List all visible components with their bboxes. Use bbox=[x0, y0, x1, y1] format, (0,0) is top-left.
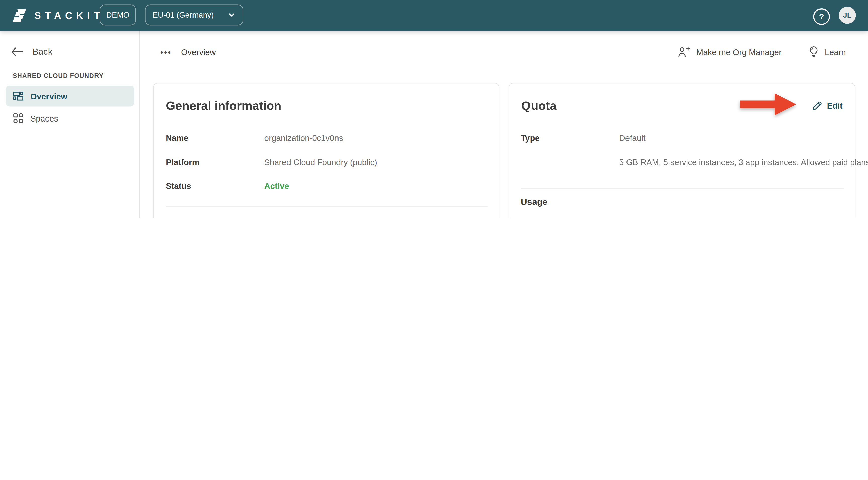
breadcrumb-ellipsis-icon[interactable]: ••• bbox=[160, 48, 172, 57]
quota-card-title: Quota bbox=[522, 99, 557, 113]
stackit-logo-icon bbox=[11, 7, 28, 24]
page-header-actions: Make me Org Manager Learn bbox=[678, 46, 846, 58]
sidebar-item-label: Overview bbox=[30, 91, 67, 101]
learn-label: Learn bbox=[825, 47, 846, 57]
name-value: organization-0c1v0ns bbox=[265, 133, 343, 144]
pencil-icon bbox=[811, 100, 822, 111]
card-divider bbox=[166, 206, 488, 207]
sidebar-section-title: SHARED CLOUD FOUNDRY bbox=[13, 72, 103, 79]
copy-button[interactable] bbox=[474, 218, 486, 218]
main-content: ••• Overview Make me Org Manager bbox=[141, 31, 868, 218]
chevron-down-icon bbox=[228, 11, 236, 19]
make-me-org-manager-label: Make me Org Manager bbox=[696, 47, 781, 57]
usage-section-title: Usage bbox=[521, 197, 547, 207]
user-avatar[interactable]: JL bbox=[839, 6, 856, 24]
breadcrumb-current: Overview bbox=[181, 47, 216, 57]
back-label: Back bbox=[33, 47, 52, 57]
demo-button[interactable]: DEMO bbox=[99, 4, 136, 26]
platform-value: Shared Cloud Foundry (public) bbox=[265, 157, 377, 168]
avatar-initials: JL bbox=[843, 11, 851, 19]
help-button[interactable]: ? bbox=[813, 8, 830, 25]
name-label: Name bbox=[166, 133, 188, 144]
brand-wordmark: STACKIT bbox=[34, 10, 103, 22]
type-value: Default bbox=[619, 133, 646, 144]
quota-description: 5 GB RAM, 5 service instances, 3 app ins… bbox=[619, 157, 868, 168]
back-button[interactable]: Back bbox=[11, 47, 52, 57]
person-plus-icon bbox=[678, 46, 691, 58]
general-information-card: General information Name organization-0c… bbox=[153, 83, 499, 218]
arrow-left-icon bbox=[11, 47, 23, 56]
quota-card: Quota Edit Type Default 5 GB RAM, 5 serv… bbox=[509, 83, 855, 218]
make-me-org-manager-button[interactable]: Make me Org Manager bbox=[678, 46, 781, 58]
card-divider bbox=[521, 188, 844, 189]
top-navigation-bar: STACKIT DEMO EU-01 (Germany) ? JL bbox=[0, 0, 868, 31]
learn-button[interactable]: Learn bbox=[808, 46, 846, 58]
general-card-title: General information bbox=[166, 99, 281, 113]
sidebar: Back SHARED CLOUD FOUNDRY Overview bbox=[0, 31, 140, 218]
platform-label: Platform bbox=[166, 157, 199, 168]
edit-quota-button[interactable]: Edit bbox=[811, 100, 843, 111]
app-window: STACKIT DEMO EU-01 (Germany) ? JL Back S… bbox=[0, 0, 868, 218]
stackit-logo[interactable]: STACKIT bbox=[11, 7, 104, 24]
region-select[interactable]: EU-01 (Germany) bbox=[145, 4, 243, 26]
demo-button-label: DEMO bbox=[106, 10, 129, 19]
status-value: Active bbox=[265, 180, 289, 192]
status-label: Status bbox=[166, 180, 191, 192]
type-label: Type bbox=[521, 133, 539, 144]
spaces-grid-icon bbox=[13, 113, 24, 124]
sidebar-item-label: Spaces bbox=[30, 113, 58, 123]
question-icon: ? bbox=[819, 12, 824, 21]
annotation-arrow bbox=[740, 91, 796, 118]
region-select-value: EU-01 (Germany) bbox=[153, 10, 214, 19]
copy-icon bbox=[474, 218, 486, 218]
sidebar-item-spaces[interactable]: Spaces bbox=[5, 108, 134, 129]
lightbulb-icon bbox=[808, 46, 819, 58]
edit-label: Edit bbox=[827, 101, 842, 110]
overview-grid-icon bbox=[13, 91, 24, 102]
sidebar-item-overview[interactable]: Overview bbox=[5, 85, 134, 107]
breadcrumb: ••• Overview bbox=[160, 47, 216, 57]
